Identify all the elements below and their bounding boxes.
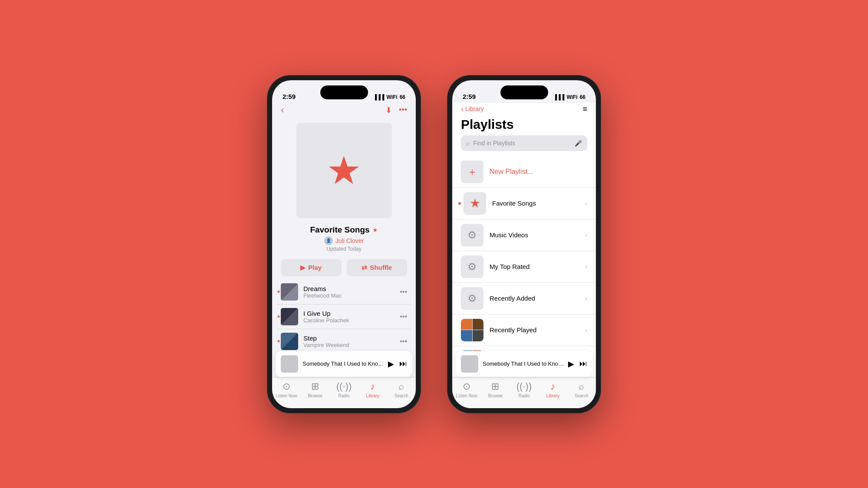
playlist-item-favorites[interactable]: ★ Favorite Songs › xyxy=(452,188,596,219)
battery-icon-r: 66 xyxy=(580,94,585,100)
shuffle-button[interactable]: ⇄ Shuffle xyxy=(347,259,408,276)
song-name-3: Step xyxy=(303,334,395,342)
library-icon: ♪ xyxy=(370,381,375,392)
mini-play-button-right[interactable]: ▶ xyxy=(568,359,574,369)
back-button[interactable]: ‹ xyxy=(281,105,284,116)
song-details-1: Dreams Fleetwood Mac xyxy=(303,285,395,299)
status-icons-right: ▐▐▐ WiFi 66 xyxy=(553,94,585,100)
song-more-1[interactable]: ••• xyxy=(400,288,407,296)
filter-icon[interactable]: ≡ xyxy=(582,105,587,114)
mini-forward-button[interactable]: ⏭ xyxy=(399,359,407,368)
playlist-item-videos[interactable]: ⚙ Music Videos › xyxy=(452,219,596,251)
mini-player-controls-left: ▶ ⏭ xyxy=(388,359,407,369)
song-thumb-1 xyxy=(281,283,298,301)
tab-library-right[interactable]: ♪ Library xyxy=(539,381,567,398)
battery-icon: 66 xyxy=(400,94,405,100)
playlist-item-top25[interactable]: Top 25 Most Played › xyxy=(452,346,596,351)
tab-listen-now-left[interactable]: ⊙ Listen Now xyxy=(272,381,301,398)
chevron-icon-2: › xyxy=(585,232,587,239)
left-content: ★ Favorite Songs ★ 👤 Juli Clover Updated… xyxy=(272,119,416,408)
song-artist-3: Vampire Weekend xyxy=(303,342,395,348)
song-thumb-2 xyxy=(281,308,298,325)
playlist-item-top-rated[interactable]: ⚙ My Top Rated › xyxy=(452,251,596,283)
playlist-item-recently-added[interactable]: ⚙ Recently Added › xyxy=(452,283,596,314)
chevron-icon-4: › xyxy=(585,295,587,302)
listen-now-label: Listen Now xyxy=(276,393,297,398)
plus-icon: ＋ xyxy=(467,165,477,179)
play-button[interactable]: ▶ Play xyxy=(281,259,342,276)
recently-added-thumb: ⚙ xyxy=(461,287,483,310)
library-label: Library xyxy=(366,393,379,398)
recently-played-name: Recently Played xyxy=(490,326,579,334)
star-icon: ★ xyxy=(470,196,480,210)
right-phone: 2:59 ▐▐▐ WiFi 66 ‹ Library ≡ Playlists xyxy=(447,75,601,413)
song-name-1: Dreams xyxy=(303,285,395,292)
tab-radio-left[interactable]: ((·)) Radio xyxy=(329,381,358,398)
playlist-item-recently-played[interactable]: Recently Played › xyxy=(452,314,596,346)
music-videos-thumb: ⚙ xyxy=(461,224,483,246)
mosaic-cell-3 xyxy=(461,330,472,341)
dynamic-island-right xyxy=(500,85,548,99)
recently-added-name: Recently Added xyxy=(490,295,579,302)
song-item[interactable]: ★ Dreams Fleetwood Mac ••• xyxy=(277,280,411,305)
gear-icon-1: ⚙ xyxy=(467,229,477,241)
favorites-name: Favorite Songs xyxy=(492,200,579,207)
mini-forward-button-right[interactable]: ⏭ xyxy=(579,359,587,368)
radio-label: Radio xyxy=(338,393,349,398)
playlist-list: ＋ New Playlist... ★ Favorite Songs › xyxy=(452,156,596,351)
song-more-2[interactable]: ••• xyxy=(400,313,407,321)
gear-icon-2: ⚙ xyxy=(467,261,477,273)
tab-search-left[interactable]: ⌕ Search xyxy=(387,381,416,398)
search-placeholder: Find in Playlists xyxy=(473,140,571,147)
tab-browse-left[interactable]: ⊞ Browse xyxy=(301,381,329,398)
mini-player-right[interactable]: Somebody That I Used to Know (... ▶ ⏭ xyxy=(456,351,592,377)
tab-bar-left: ⊙ Listen Now ⊞ Browse ((·)) Radio ♪ Libr… xyxy=(272,377,416,408)
song-artist-1: Fleetwood Mac xyxy=(303,292,395,299)
shuffle-icon: ⇄ xyxy=(362,264,367,272)
tab-library-left[interactable]: ♪ Library xyxy=(358,381,387,398)
track-artist-row: 👤 Juli Clover xyxy=(281,236,407,245)
song-more-3[interactable]: ••• xyxy=(400,337,407,345)
playlist-title: Favorite Songs xyxy=(310,225,369,235)
chevron-icon-5: › xyxy=(585,327,587,334)
mini-play-button[interactable]: ▶ xyxy=(388,359,394,369)
search-label-left: Search xyxy=(395,393,408,398)
microphone-icon[interactable]: 🎤 xyxy=(575,140,582,147)
back-chevron-icon: ‹ xyxy=(461,105,464,114)
song-list: ★ Dreams Fleetwood Mac ••• ★ I Give Up xyxy=(272,280,416,351)
nav-right: ⬇ ••• xyxy=(385,105,407,115)
mosaic-recently-played xyxy=(461,319,483,341)
recently-played-thumb xyxy=(461,319,483,341)
tab-search-right[interactable]: ⌕ Search xyxy=(567,381,596,398)
tab-listen-now-right[interactable]: ⊙ Listen Now xyxy=(452,381,481,398)
playlists-title: Playlists xyxy=(452,117,596,135)
favorites-thumb: ★ xyxy=(464,192,486,215)
back-label: Library xyxy=(465,105,484,112)
song-details-3: Step Vampire Weekend xyxy=(303,334,395,348)
chevron-icon-3: › xyxy=(585,263,587,270)
mini-player-left[interactable]: Somebody That I Used to Know (... ▶ ⏭ xyxy=(276,351,412,377)
playlist-item-new[interactable]: ＋ New Playlist... xyxy=(452,156,596,188)
song-artist-2: Caroline Polachek xyxy=(303,317,395,324)
play-icon: ▶ xyxy=(300,264,306,272)
song-item-2[interactable]: ★ I Give Up Caroline Polachek ••• xyxy=(277,305,411,329)
more-button[interactable]: ••• xyxy=(399,105,407,115)
browse-label: Browse xyxy=(308,393,322,398)
radio-label-r: Radio xyxy=(518,393,529,398)
song-star-2: ★ xyxy=(276,314,281,319)
mini-player-title-left: Somebody That I Used to Know (... xyxy=(302,360,384,367)
album-art: ★ xyxy=(296,123,392,218)
song-name-2: I Give Up xyxy=(303,310,395,317)
browse-label-r: Browse xyxy=(488,393,503,398)
mosaic-cell-4 xyxy=(473,330,484,341)
listen-now-label-r: Listen Now xyxy=(456,393,477,398)
back-button-right[interactable]: ‹ Library xyxy=(461,105,484,114)
search-icon-left: ⌕ xyxy=(398,381,404,392)
song-item-3[interactable]: ★ Step Vampire Weekend ••• xyxy=(277,329,411,351)
browse-icon-r: ⊞ xyxy=(491,381,499,392)
song-star-3: ★ xyxy=(276,338,281,344)
tab-browse-right[interactable]: ⊞ Browse xyxy=(481,381,510,398)
tab-radio-right[interactable]: ((·)) Radio xyxy=(510,381,538,398)
download-button[interactable]: ⬇ xyxy=(385,105,392,115)
search-bar[interactable]: ⌕ Find in Playlists 🎤 xyxy=(461,135,587,151)
